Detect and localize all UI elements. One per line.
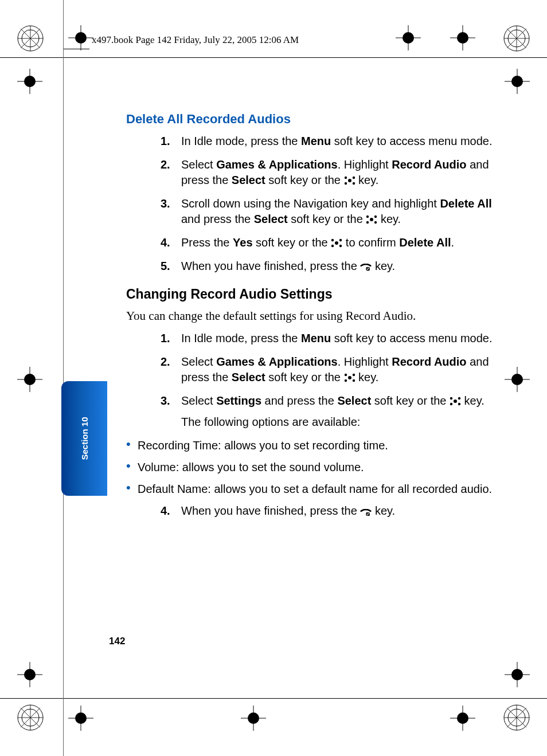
nav-key-icon	[450, 394, 461, 404]
svg-point-73	[331, 245, 334, 247]
step-number: 3.	[161, 393, 170, 409]
step-item: 2. Select Games & Applications. Highligh…	[161, 157, 493, 188]
bold-text: Delete All	[399, 236, 451, 249]
svg-point-82	[454, 399, 457, 403]
step-number: 4.	[161, 503, 170, 519]
svg-point-68	[366, 221, 369, 224]
page-number: 142	[109, 636, 125, 647]
step-number: 5.	[161, 258, 170, 274]
svg-point-64	[352, 182, 354, 185]
step-text: and press the	[261, 394, 337, 407]
end-key-icon	[360, 504, 372, 514]
nav-key-icon	[366, 213, 377, 222]
svg-point-86	[458, 403, 460, 405]
end-key-icon	[360, 260, 372, 269]
bold-text: Yes	[233, 236, 252, 249]
bold-text: Menu	[301, 135, 331, 147]
step-text: soft key to access menu mode.	[331, 332, 492, 344]
bold-text: Record Audio	[392, 355, 466, 368]
step-text: key.	[355, 371, 379, 383]
svg-point-77	[348, 376, 351, 379]
svg-point-80	[344, 379, 346, 382]
bold-text: Delete All	[440, 197, 491, 210]
step-number: 2.	[161, 354, 170, 370]
svg-point-62	[352, 177, 354, 179]
svg-point-70	[335, 241, 338, 245]
svg-point-60	[348, 179, 351, 182]
svg-point-69	[374, 221, 377, 224]
heading-settings: Changing Record Audio Settings	[126, 287, 493, 302]
step-text: Select	[181, 355, 216, 368]
step-item: 4. When you have finished, press the key…	[161, 503, 493, 519]
crosshair-icon	[17, 662, 42, 687]
register-mark-tl	[16, 24, 45, 53]
steps-delete-all: 1. In Idle mode, press the Menu soft key…	[126, 134, 493, 274]
step-text: Select	[181, 158, 216, 171]
step-text: to confirm	[342, 236, 399, 249]
step-note: The following options are available:	[181, 414, 493, 430]
list-item: Recording Time: allows you to set record…	[126, 438, 493, 453]
crosshair-icon	[396, 25, 421, 50]
step-text: When you have finished, press the	[181, 504, 360, 517]
crosshair-icon	[241, 706, 266, 731]
step-item: 1. In Idle mode, press the Menu soft key…	[161, 331, 493, 346]
bold-text: Select	[232, 371, 265, 383]
step-text: In Idle mode, press the	[181, 135, 301, 147]
crosshair-icon	[450, 25, 475, 50]
svg-point-66	[366, 216, 369, 218]
step-text: soft key or the	[288, 213, 366, 225]
step-item: 3. Scroll down using the Navigation key …	[161, 196, 493, 227]
step-text: key.	[372, 504, 395, 517]
nav-key-icon	[344, 371, 355, 380]
bold-text: Menu	[301, 332, 331, 344]
crosshair-icon	[68, 25, 93, 50]
svg-point-79	[352, 374, 354, 376]
crosshair-icon	[17, 69, 42, 94]
step-text: soft key or the	[265, 174, 344, 186]
step-text: soft key to access menu mode.	[331, 135, 492, 147]
crosshair-icon	[505, 367, 530, 392]
step-text: key.	[461, 394, 485, 407]
step-text: . Highlight	[338, 158, 392, 171]
register-mark-br	[502, 703, 531, 732]
bold-text: Games & Applications	[216, 355, 338, 368]
svg-point-61	[344, 177, 346, 179]
top-rule	[0, 57, 547, 58]
step-number: 4.	[161, 235, 170, 250]
step-text: key.	[372, 260, 395, 272]
register-mark-bl	[16, 703, 45, 732]
step-item: 3. Select Settings and press the Select …	[161, 393, 493, 430]
svg-point-85	[450, 403, 452, 405]
step-text: soft key or the	[265, 371, 344, 383]
page: { "header": { "text": "x497.book Page 14…	[0, 0, 547, 756]
step-text: Scroll down using the Navigation key and…	[181, 197, 440, 210]
bold-text: Select	[254, 213, 288, 225]
bold-text: Select	[232, 174, 265, 186]
crosshair-icon	[17, 367, 42, 392]
step-text: When you have finished, press the	[181, 260, 360, 272]
svg-point-84	[458, 397, 460, 399]
svg-point-81	[352, 379, 354, 382]
crosshair-icon	[68, 706, 93, 731]
svg-point-83	[450, 397, 452, 399]
intro-text: You can change the default settings for …	[126, 308, 493, 324]
section-tab-label: Section 10	[80, 417, 89, 460]
bold-text: Settings	[216, 394, 261, 407]
options-list: Recording Time: allows you to set record…	[126, 438, 493, 496]
steps-settings-cont: 4. When you have finished, press the key…	[126, 503, 493, 519]
step-number: 1.	[161, 134, 170, 149]
svg-point-74	[339, 245, 342, 247]
step-item: 2. Select Games & Applications. Highligh…	[161, 354, 493, 385]
list-item: Default Name: allows you to set a defaul…	[126, 481, 493, 496]
content-block: Delete All Recorded Audios 1. In Idle mo…	[126, 112, 493, 527]
step-text: key.	[377, 213, 401, 225]
svg-point-63	[344, 182, 346, 185]
bold-text: Games & Applications	[216, 158, 338, 171]
step-text: . Highlight	[338, 355, 392, 368]
svg-point-65	[370, 218, 373, 221]
header-metadata: x497.book Page 142 Friday, July 22, 2005…	[92, 34, 299, 46]
step-text: and press the	[181, 213, 254, 225]
nav-key-icon	[344, 174, 355, 183]
step-text: Select	[181, 394, 216, 407]
crosshair-icon	[505, 69, 530, 94]
